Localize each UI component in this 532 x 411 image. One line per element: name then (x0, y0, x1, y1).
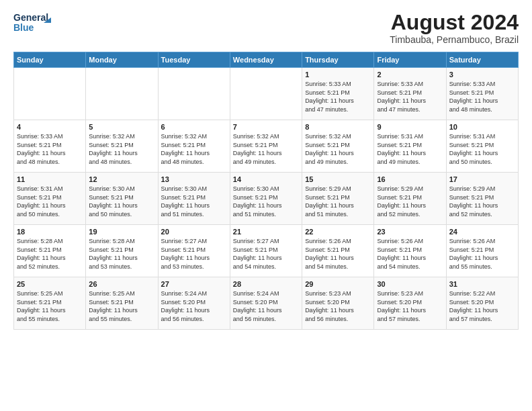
day-number: 11 (17, 175, 83, 183)
day-info: Sunrise: 5:25 AM Sunset: 5:21 PM Dayligh… (17, 289, 83, 323)
day-number: 24 (449, 228, 515, 236)
day-info: Sunrise: 5:29 AM Sunset: 5:21 PM Dayligh… (305, 185, 371, 218)
calendar-cell: 14Sunrise: 5:30 AM Sunset: 5:21 PM Dayli… (230, 173, 302, 225)
day-info: Sunrise: 5:31 AM Sunset: 5:21 PM Dayligh… (17, 185, 83, 218)
logo: GeneralBlue (13, 11, 54, 35)
day-info: Sunrise: 5:26 AM Sunset: 5:21 PM Dayligh… (377, 237, 443, 271)
calendar-cell: 7Sunrise: 5:32 AM Sunset: 5:21 PM Daylig… (230, 120, 302, 173)
day-number: 21 (233, 228, 299, 236)
day-info: Sunrise: 5:32 AM Sunset: 5:21 PM Dayligh… (161, 132, 227, 166)
day-number: 20 (161, 228, 227, 236)
calendar-cell: 29Sunrise: 5:23 AM Sunset: 5:20 PM Dayli… (302, 277, 374, 330)
day-number: 13 (161, 175, 227, 183)
week-row-1: 1Sunrise: 5:33 AM Sunset: 5:21 PM Daylig… (14, 68, 519, 120)
calendar-cell: 30Sunrise: 5:23 AM Sunset: 5:20 PM Dayli… (374, 277, 446, 330)
day-number: 17 (449, 175, 515, 183)
day-number: 19 (89, 228, 154, 236)
calendar-cell: 31Sunrise: 5:22 AM Sunset: 5:20 PM Dayli… (446, 277, 518, 330)
calendar-cell: 2Sunrise: 5:33 AM Sunset: 5:21 PM Daylig… (374, 68, 446, 120)
calendar-cell: 20Sunrise: 5:27 AM Sunset: 5:21 PM Dayli… (158, 225, 230, 277)
day-info: Sunrise: 5:31 AM Sunset: 5:21 PM Dayligh… (449, 132, 515, 166)
week-row-3: 11Sunrise: 5:31 AM Sunset: 5:21 PM Dayli… (14, 173, 519, 225)
week-row-2: 4Sunrise: 5:33 AM Sunset: 5:21 PM Daylig… (14, 120, 519, 173)
header-cell-sunday: Sunday (14, 52, 86, 68)
header-cell-wednesday: Wednesday (230, 52, 302, 68)
day-info: Sunrise: 5:33 AM Sunset: 5:21 PM Dayligh… (449, 80, 515, 113)
day-number: 7 (233, 123, 299, 131)
day-info: Sunrise: 5:30 AM Sunset: 5:21 PM Dayligh… (89, 185, 154, 218)
calendar-cell: 23Sunrise: 5:26 AM Sunset: 5:21 PM Dayli… (374, 225, 446, 277)
day-info: Sunrise: 5:23 AM Sunset: 5:20 PM Dayligh… (305, 289, 371, 323)
day-number: 6 (161, 123, 227, 131)
title-block: August 2024 Timbauba, Pernambuco, Brazil (390, 11, 519, 45)
calendar-cell: 12Sunrise: 5:30 AM Sunset: 5:21 PM Dayli… (86, 173, 158, 225)
header-cell-saturday: Saturday (446, 52, 518, 68)
calendar-cell: 6Sunrise: 5:32 AM Sunset: 5:21 PM Daylig… (158, 120, 230, 173)
day-number: 5 (89, 123, 154, 131)
day-info: Sunrise: 5:33 AM Sunset: 5:21 PM Dayligh… (17, 132, 83, 166)
calendar-cell: 28Sunrise: 5:24 AM Sunset: 5:20 PM Dayli… (230, 277, 302, 330)
day-info: Sunrise: 5:26 AM Sunset: 5:21 PM Dayligh… (305, 237, 371, 271)
calendar-cell: 15Sunrise: 5:29 AM Sunset: 5:21 PM Dayli… (302, 173, 374, 225)
day-number: 1 (305, 71, 371, 79)
day-info: Sunrise: 5:30 AM Sunset: 5:21 PM Dayligh… (233, 185, 299, 218)
day-number: 4 (17, 123, 83, 131)
day-number: 23 (377, 228, 443, 236)
calendar-cell (14, 68, 86, 120)
day-number: 22 (305, 228, 371, 236)
day-number: 12 (89, 175, 154, 183)
day-number: 25 (17, 280, 83, 288)
day-info: Sunrise: 5:24 AM Sunset: 5:20 PM Dayligh… (161, 289, 227, 323)
day-info: Sunrise: 5:27 AM Sunset: 5:21 PM Dayligh… (233, 237, 299, 271)
calendar-cell: 8Sunrise: 5:32 AM Sunset: 5:21 PM Daylig… (302, 120, 374, 173)
day-info: Sunrise: 5:31 AM Sunset: 5:21 PM Dayligh… (377, 132, 443, 166)
day-info: Sunrise: 5:29 AM Sunset: 5:21 PM Dayligh… (449, 185, 515, 218)
header-cell-thursday: Thursday (302, 52, 374, 68)
day-number: 31 (449, 280, 515, 288)
page: GeneralBlue August 2024 Timbauba, Pernam… (0, 0, 532, 411)
calendar-cell: 3Sunrise: 5:33 AM Sunset: 5:21 PM Daylig… (446, 68, 518, 120)
calendar-cell: 25Sunrise: 5:25 AM Sunset: 5:21 PM Dayli… (14, 277, 86, 330)
day-number: 16 (377, 175, 443, 183)
day-info: Sunrise: 5:26 AM Sunset: 5:21 PM Dayligh… (449, 237, 515, 271)
header-row: SundayMondayTuesdayWednesdayThursdayFrid… (14, 52, 519, 68)
main-title: August 2024 (390, 11, 519, 34)
header-cell-monday: Monday (86, 52, 158, 68)
day-info: Sunrise: 5:28 AM Sunset: 5:21 PM Dayligh… (89, 237, 154, 271)
day-info: Sunrise: 5:24 AM Sunset: 5:20 PM Dayligh… (233, 289, 299, 323)
week-row-4: 18Sunrise: 5:28 AM Sunset: 5:21 PM Dayli… (14, 225, 519, 277)
day-info: Sunrise: 5:28 AM Sunset: 5:21 PM Dayligh… (17, 237, 83, 271)
day-info: Sunrise: 5:22 AM Sunset: 5:20 PM Dayligh… (449, 289, 515, 323)
day-number: 3 (449, 71, 515, 79)
day-info: Sunrise: 5:30 AM Sunset: 5:21 PM Dayligh… (161, 185, 227, 218)
day-info: Sunrise: 5:33 AM Sunset: 5:21 PM Dayligh… (377, 80, 443, 113)
logo-svg: GeneralBlue (13, 11, 54, 35)
day-info: Sunrise: 5:23 AM Sunset: 5:20 PM Dayligh… (377, 289, 443, 323)
day-number: 9 (377, 123, 443, 131)
day-info: Sunrise: 5:27 AM Sunset: 5:21 PM Dayligh… (161, 237, 227, 271)
calendar-cell (158, 68, 230, 120)
day-info: Sunrise: 5:32 AM Sunset: 5:21 PM Dayligh… (305, 132, 371, 166)
calendar-cell: 4Sunrise: 5:33 AM Sunset: 5:21 PM Daylig… (14, 120, 86, 173)
calendar-cell: 24Sunrise: 5:26 AM Sunset: 5:21 PM Dayli… (446, 225, 518, 277)
day-number: 30 (377, 280, 443, 288)
calendar-cell: 27Sunrise: 5:24 AM Sunset: 5:20 PM Dayli… (158, 277, 230, 330)
calendar-cell (230, 68, 302, 120)
calendar-cell: 19Sunrise: 5:28 AM Sunset: 5:21 PM Dayli… (86, 225, 158, 277)
day-number: 14 (233, 175, 299, 183)
day-info: Sunrise: 5:33 AM Sunset: 5:21 PM Dayligh… (305, 80, 371, 113)
calendar-cell: 22Sunrise: 5:26 AM Sunset: 5:21 PM Dayli… (302, 225, 374, 277)
day-number: 26 (89, 280, 154, 288)
header-cell-friday: Friday (374, 52, 446, 68)
svg-text:General: General (13, 12, 48, 23)
day-info: Sunrise: 5:32 AM Sunset: 5:21 PM Dayligh… (89, 132, 154, 166)
calendar-cell: 9Sunrise: 5:31 AM Sunset: 5:21 PM Daylig… (374, 120, 446, 173)
day-info: Sunrise: 5:29 AM Sunset: 5:21 PM Dayligh… (377, 185, 443, 218)
calendar-cell: 10Sunrise: 5:31 AM Sunset: 5:21 PM Dayli… (446, 120, 518, 173)
day-number: 10 (449, 123, 515, 131)
week-row-5: 25Sunrise: 5:25 AM Sunset: 5:21 PM Dayli… (14, 277, 519, 330)
calendar-cell: 1Sunrise: 5:33 AM Sunset: 5:21 PM Daylig… (302, 68, 374, 120)
calendar-cell: 5Sunrise: 5:32 AM Sunset: 5:21 PM Daylig… (86, 120, 158, 173)
calendar-cell: 11Sunrise: 5:31 AM Sunset: 5:21 PM Dayli… (14, 173, 86, 225)
day-number: 18 (17, 228, 83, 236)
